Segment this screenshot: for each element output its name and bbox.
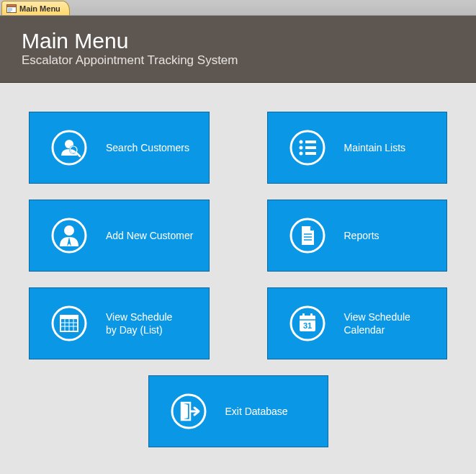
tile-label: View Schedule by Day (List) bbox=[106, 310, 172, 336]
tile-label: Reports bbox=[344, 229, 380, 242]
search-customers-button[interactable]: Search Customers bbox=[29, 112, 210, 184]
tile-label: Search Customers bbox=[106, 141, 189, 154]
svg-point-11 bbox=[299, 140, 302, 144]
tab-label: Main Menu bbox=[19, 4, 60, 13]
svg-rect-14 bbox=[305, 140, 316, 143]
person-icon bbox=[51, 218, 87, 254]
svg-point-13 bbox=[299, 152, 302, 156]
svg-rect-33 bbox=[300, 316, 315, 320]
svg-rect-16 bbox=[305, 152, 316, 155]
view-schedule-list-button[interactable]: View Schedule by Day (List) bbox=[29, 287, 210, 359]
tile-label: Exit Database bbox=[225, 405, 288, 418]
svg-rect-1 bbox=[7, 4, 17, 6]
document-icon bbox=[289, 218, 325, 254]
view-schedule-calendar-button[interactable]: 31 View Schedule Calendar bbox=[267, 287, 448, 359]
svg-point-12 bbox=[299, 146, 302, 150]
tile-label: Maintain Lists bbox=[344, 141, 406, 154]
add-new-customer-button[interactable]: Add New Customer bbox=[29, 200, 210, 272]
calendar-day-icon: 31 bbox=[289, 305, 325, 341]
svg-line-9 bbox=[76, 153, 80, 156]
tab-strip: Main Menu bbox=[0, 0, 476, 16]
tile-label: View Schedule Calendar bbox=[344, 310, 410, 336]
maintain-lists-button[interactable]: Maintain Lists bbox=[267, 112, 448, 184]
search-person-icon bbox=[51, 130, 87, 166]
tab-main-menu[interactable]: Main Menu bbox=[1, 1, 70, 15]
svg-rect-15 bbox=[305, 146, 316, 149]
exit-icon bbox=[171, 393, 207, 429]
page-subtitle: Escalator Appointment Tracking System bbox=[22, 53, 454, 68]
page-title: Main Menu bbox=[22, 29, 454, 53]
svg-rect-35 bbox=[310, 313, 313, 318]
svg-point-38 bbox=[172, 395, 205, 428]
calendar-grid-icon bbox=[51, 305, 87, 341]
svg-text:31: 31 bbox=[302, 321, 311, 330]
content: Search Customers Maintain Lists bbox=[0, 83, 476, 462]
tile-label: Add New Customer bbox=[106, 229, 193, 242]
svg-rect-25 bbox=[60, 316, 78, 319]
reports-button[interactable]: Reports bbox=[267, 200, 448, 272]
list-icon bbox=[289, 130, 325, 166]
svg-point-18 bbox=[64, 225, 74, 236]
svg-rect-34 bbox=[302, 313, 305, 318]
form-icon bbox=[6, 4, 17, 13]
header: Main Menu Escalator Appointment Tracking… bbox=[0, 16, 476, 83]
exit-database-button[interactable]: Exit Database bbox=[148, 375, 328, 447]
